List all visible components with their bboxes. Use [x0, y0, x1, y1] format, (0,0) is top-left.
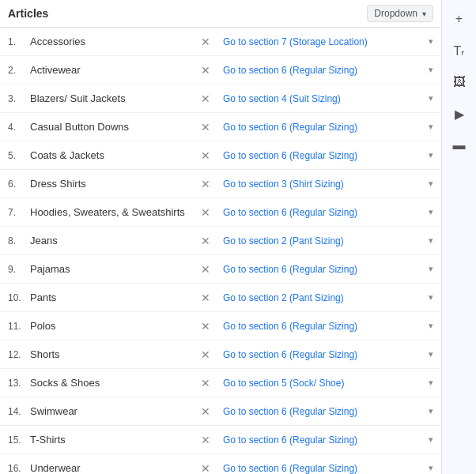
goto-section-label: Go to section 6 (Regular Sizing) — [223, 434, 425, 446]
sidebar: +Tᵣ🖼▶▬ — [441, 0, 476, 474]
table-row: 12.Shorts✕Go to section 6 (Regular Sizin… — [0, 340, 441, 369]
delete-button[interactable]: ✕ — [196, 292, 215, 304]
goto-section-label: Go to section 6 (Regular Sizing) — [223, 349, 425, 360]
goto-section-button[interactable]: Go to section 6 (Regular Sizing)▾ — [223, 463, 433, 474]
goto-section-label: Go to section 5 (Sock/ Shoe) — [223, 378, 425, 389]
goto-section-button[interactable]: Go to section 5 (Sock/ Shoe)▾ — [223, 378, 433, 389]
article-list: 1.Accessories✕Go to section 7 (Storage L… — [0, 28, 441, 474]
article-number: 1. — [8, 36, 30, 47]
article-name: Socks & Shoes — [30, 377, 188, 389]
article-name: Polos — [30, 320, 188, 332]
goto-section-label: Go to section 6 (Regular Sizing) — [223, 122, 425, 133]
delete-button[interactable]: ✕ — [196, 377, 215, 389]
article-name: Dress Shirts — [30, 178, 188, 190]
header-dropdown-button[interactable]: Dropdown ▾ — [367, 5, 433, 22]
goto-section-button[interactable]: Go to section 6 (Regular Sizing)▾ — [223, 122, 433, 133]
delete-button[interactable]: ✕ — [196, 348, 215, 361]
article-number: 7. — [8, 207, 30, 218]
delete-button[interactable]: ✕ — [196, 405, 215, 418]
goto-section-button[interactable]: Go to section 2 (Pant Sizing)▾ — [223, 235, 433, 246]
dropdown-label: Dropdown — [374, 8, 417, 19]
goto-chevron-icon: ▾ — [429, 378, 433, 388]
table-row: 15.T-Shirts✕Go to section 6 (Regular Siz… — [0, 426, 441, 454]
video-icon[interactable]: ▶ — [447, 101, 472, 126]
dropdown-chevron-icon: ▾ — [422, 9, 426, 18]
goto-section-button[interactable]: Go to section 7 (Storage Location)▾ — [223, 36, 433, 47]
goto-section-button[interactable]: Go to section 6 (Regular Sizing)▾ — [223, 207, 433, 218]
table-row: 9.Pajamas✕Go to section 6 (Regular Sizin… — [0, 255, 441, 284]
goto-section-button[interactable]: Go to section 6 (Regular Sizing)▾ — [223, 321, 433, 332]
delete-button[interactable]: ✕ — [196, 462, 215, 475]
delete-button[interactable]: ✕ — [196, 235, 215, 247]
article-number: 16. — [8, 463, 30, 474]
goto-section-button[interactable]: Go to section 6 (Regular Sizing)▾ — [223, 406, 433, 417]
article-name: Swimwear — [30, 405, 188, 417]
table-row: 16.Underwear✕Go to section 6 (Regular Si… — [0, 454, 441, 474]
goto-section-label: Go to section 6 (Regular Sizing) — [223, 406, 425, 417]
article-name: Pants — [30, 292, 188, 303]
article-name: Hoodies, Sweaters, & Sweatshirts — [30, 206, 188, 218]
table-row: 7.Hoodies, Sweaters, & Sweatshirts✕Go to… — [0, 198, 441, 227]
table-row: 14.Swimwear✕Go to section 6 (Regular Siz… — [0, 397, 441, 426]
goto-section-button[interactable]: Go to section 6 (Regular Sizing)▾ — [223, 65, 433, 76]
goto-chevron-icon: ▾ — [429, 349, 433, 359]
goto-chevron-icon: ▾ — [429, 207, 433, 217]
goto-section-label: Go to section 4 (Suit Sizing) — [223, 93, 425, 104]
goto-section-button[interactable]: Go to section 6 (Regular Sizing)▾ — [223, 434, 433, 446]
goto-section-button[interactable]: Go to section 2 (Pant Sizing)▾ — [223, 292, 433, 303]
delete-button[interactable]: ✕ — [196, 320, 215, 333]
article-number: 3. — [8, 93, 30, 104]
layout-icon[interactable]: ▬ — [447, 133, 472, 158]
goto-chevron-icon: ▾ — [429, 292, 433, 303]
delete-button[interactable]: ✕ — [196, 206, 215, 219]
article-name: Jeans — [30, 235, 188, 246]
goto-section-button[interactable]: Go to section 6 (Regular Sizing)▾ — [223, 150, 433, 161]
delete-button[interactable]: ✕ — [196, 36, 215, 48]
goto-section-button[interactable]: Go to section 3 (Shirt Sizing)▾ — [223, 179, 433, 190]
goto-chevron-icon: ▾ — [429, 463, 433, 473]
delete-button[interactable]: ✕ — [196, 121, 215, 134]
delete-button[interactable]: ✕ — [196, 434, 215, 446]
goto-chevron-icon: ▾ — [429, 36, 433, 47]
goto-chevron-icon: ▾ — [429, 150, 433, 160]
article-number: 15. — [8, 434, 30, 446]
article-name: Coats & Jackets — [30, 149, 188, 161]
goto-chevron-icon: ▾ — [429, 122, 433, 132]
article-number: 10. — [8, 292, 30, 303]
goto-section-label: Go to section 2 (Pant Sizing) — [223, 292, 425, 303]
goto-section-label: Go to section 2 (Pant Sizing) — [223, 235, 425, 246]
goto-section-button[interactable]: Go to section 4 (Suit Sizing)▾ — [223, 93, 433, 104]
goto-chevron-icon: ▾ — [429, 179, 433, 189]
article-number: 13. — [8, 378, 30, 389]
image-icon[interactable]: 🖼 — [447, 70, 472, 95]
goto-section-button[interactable]: Go to section 6 (Regular Sizing)▾ — [223, 264, 433, 275]
article-number: 12. — [8, 349, 30, 360]
goto-section-label: Go to section 7 (Storage Location) — [223, 36, 425, 47]
table-row: 2.Activewear✕Go to section 6 (Regular Si… — [0, 56, 441, 85]
table-row: 8.Jeans✕Go to section 2 (Pant Sizing)▾ — [0, 227, 441, 255]
article-name: Pajamas — [30, 263, 188, 275]
delete-button[interactable]: ✕ — [196, 64, 215, 77]
table-row: 11.Polos✕Go to section 6 (Regular Sizing… — [0, 312, 441, 340]
delete-button[interactable]: ✕ — [196, 178, 215, 190]
table-row: 3.Blazers/ Suit Jackets✕Go to section 4 … — [0, 85, 441, 113]
goto-chevron-icon: ▾ — [429, 321, 433, 331]
delete-button[interactable]: ✕ — [196, 92, 215, 105]
plus-icon[interactable]: + — [447, 6, 472, 32]
table-row: 5.Coats & Jackets✕Go to section 6 (Regul… — [0, 141, 441, 170]
header-row: Articles Dropdown ▾ — [0, 0, 441, 28]
article-number: 6. — [8, 179, 30, 190]
text-resize-icon[interactable]: Tᵣ — [447, 38, 472, 63]
goto-section-button[interactable]: Go to section 6 (Regular Sizing)▾ — [223, 349, 433, 360]
delete-button[interactable]: ✕ — [196, 263, 215, 276]
goto-section-label: Go to section 6 (Regular Sizing) — [223, 321, 425, 332]
table-row: 10.Pants✕Go to section 2 (Pant Sizing)▾ — [0, 284, 441, 312]
goto-chevron-icon: ▾ — [429, 406, 433, 416]
goto-chevron-icon: ▾ — [429, 65, 433, 75]
delete-button[interactable]: ✕ — [196, 149, 215, 162]
goto-chevron-icon: ▾ — [429, 93, 433, 103]
article-number: 11. — [8, 321, 30, 332]
article-number: 8. — [8, 235, 30, 246]
article-name: T-Shirts — [30, 434, 188, 446]
article-name: Blazers/ Suit Jackets — [30, 92, 188, 104]
